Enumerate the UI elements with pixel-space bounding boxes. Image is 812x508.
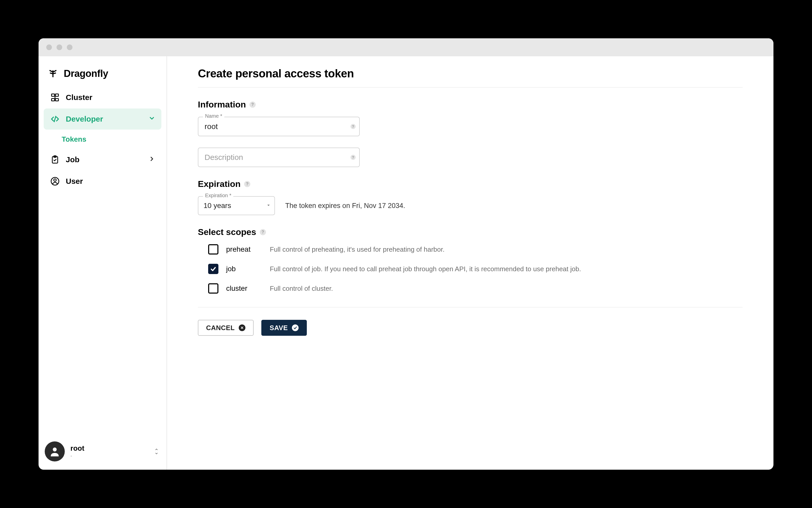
section-label: Expiration [198,179,240,189]
save-button[interactable]: SAVE [261,320,307,336]
scope-checkbox-preheat[interactable] [208,244,218,255]
scope-checkbox-cluster[interactable] [208,283,218,294]
sidebar-footer: root - [44,438,162,465]
name-label: Name * [203,113,224,119]
traffic-light-minimize[interactable] [56,44,62,50]
sidebar-item-label: Cluster [66,93,92,102]
section-information: Information ? [198,99,742,110]
sidebar-item-developer[interactable]: Developer [44,109,162,130]
save-label: SAVE [270,324,288,332]
user-icon [50,176,60,186]
expiration-label: Expiration * [203,193,233,199]
name-field-wrap: Name * ? [198,117,360,136]
cancel-button[interactable]: CANCEL [198,320,254,336]
sidebar-subitem-label: Tokens [62,135,86,143]
chevron-right-icon [148,155,155,164]
svg-rect-8 [55,99,58,101]
sidebar-item-label: Job [66,155,79,164]
nav: Cluster Developer [44,87,162,192]
brand-name: Dragonfly [64,68,108,79]
scope-desc: Full control of preheating, it's used fo… [270,246,445,253]
expiration-text: The token expires on Fri, Nov 17 2034. [285,202,405,210]
svg-rect-6 [55,94,58,96]
section-expiration: Expiration ? [198,179,742,189]
help-icon[interactable]: ? [351,155,356,160]
sidebar-item-user[interactable]: User [44,171,162,192]
expiration-select[interactable]: 10 years [198,196,275,215]
scope-desc: Full control of job. If you need to call… [270,265,581,273]
form-actions: CANCEL SAVE [198,320,742,336]
titlebar [39,38,773,56]
divider [198,307,742,307]
sidebar-item-label: Developer [66,115,103,123]
sidebar-item-cluster[interactable]: Cluster [44,87,162,108]
avatar[interactable] [45,441,65,462]
cancel-label: CANCEL [206,324,235,332]
clipboard-icon [50,155,60,165]
section-label: Information [198,99,246,110]
caret-down-icon [266,202,271,209]
user-name: root [71,444,84,453]
chevron-down-icon [148,115,155,123]
expiration-row: Expiration * 10 years The token expires … [198,196,742,215]
sidebar-item-job[interactable]: Job [44,149,162,170]
scope-label: cluster [226,284,262,293]
check-circle-icon [292,325,299,331]
scope-row-preheat: preheat Full control of preheating, it's… [208,244,742,255]
scope-label: preheat [226,245,262,253]
brand: Dragonfly [44,64,162,87]
section-label: Select scopes [198,227,256,237]
code-icon [50,114,60,124]
traffic-light-zoom[interactable] [67,44,73,50]
scope-desc: Full control of cluster. [270,285,333,293]
scope-row-cluster: cluster Full control of cluster. [208,283,742,294]
user-meta: root - [71,444,84,459]
section-scopes: Select scopes ? [198,227,742,237]
help-icon[interactable]: ? [351,124,356,129]
scope-label: job [226,265,262,273]
sidebar: Dragonfly Cluster [39,56,167,470]
user-menu-toggle[interactable] [154,448,159,455]
svg-line-10 [54,117,56,122]
traffic-light-close[interactable] [46,44,52,50]
help-icon[interactable]: ? [250,101,256,108]
close-circle-icon [239,325,245,331]
sidebar-subitem-tokens[interactable]: Tokens [44,130,162,149]
scope-row-job: job Full control of job. If you need to … [208,264,742,274]
help-icon[interactable]: ? [260,229,266,235]
scope-checkbox-job[interactable] [208,264,218,274]
help-icon[interactable]: ? [244,181,250,187]
description-input[interactable] [198,147,360,167]
main-content: Create personal access token Information… [167,56,773,470]
expiration-value: 10 years [204,202,231,210]
app-window: Dragonfly Cluster [39,38,773,470]
dragonfly-logo-icon [48,69,58,79]
svg-point-14 [54,179,56,181]
svg-rect-7 [52,99,55,101]
user-sub: - [71,453,84,459]
expiration-select-wrap: Expiration * 10 years [198,196,275,215]
cluster-icon [50,92,60,102]
sidebar-item-label: User [66,177,83,185]
description-field-wrap: ? [198,147,360,167]
name-input[interactable] [198,117,360,136]
scopes-list: preheat Full control of preheating, it's… [208,244,742,294]
svg-point-15 [53,448,56,452]
page-title: Create personal access token [198,67,742,88]
svg-rect-5 [52,94,55,96]
